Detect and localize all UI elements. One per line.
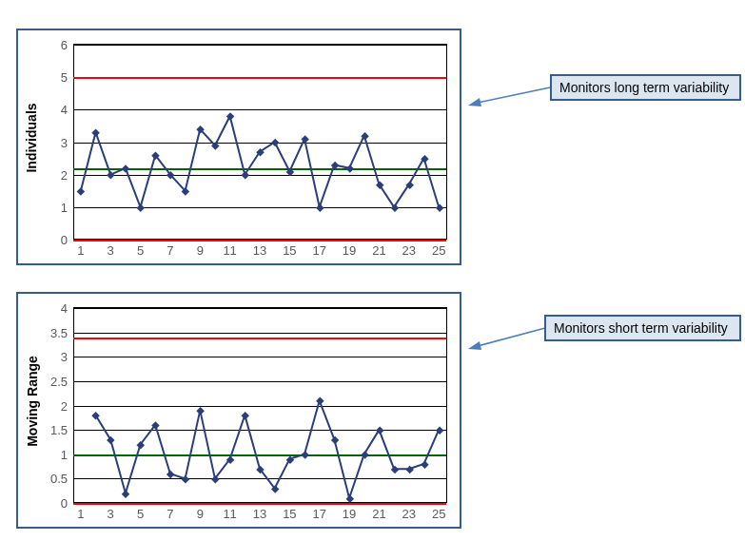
svg-rect-44: [376, 427, 383, 434]
svg-marker-52: [468, 341, 481, 350]
svg-rect-5: [151, 151, 159, 159]
xtick: 7: [167, 503, 173, 521]
ytick: 4: [61, 103, 73, 117]
xtick: 15: [283, 503, 296, 521]
svg-rect-1: [91, 128, 99, 136]
svg-rect-34: [226, 455, 234, 463]
svg-rect-41: [331, 436, 339, 444]
svg-rect-43: [361, 451, 368, 458]
ytick: 3: [61, 350, 73, 364]
svg-rect-8: [196, 126, 204, 133]
xtick: 5: [137, 503, 144, 521]
xtick: 9: [197, 503, 204, 521]
xtick: 23: [402, 503, 416, 521]
svg-rect-7: [182, 187, 189, 195]
svg-rect-21: [391, 203, 399, 211]
individuals-ylabel: Individuals: [24, 103, 39, 172]
svg-rect-2: [107, 171, 114, 179]
xtick: 13: [253, 503, 266, 521]
moving-range-plot-area: 4 3.5 3 2.5 2 1.5 1 0.5 0 1 3 5 7 9 11 1…: [73, 307, 447, 503]
svg-rect-45: [391, 466, 399, 473]
xtick: 3: [108, 240, 114, 258]
ytick: 2: [61, 167, 73, 182]
xtick: 1: [77, 503, 84, 521]
svg-rect-0: [77, 187, 85, 195]
svg-rect-24: [436, 203, 443, 211]
arrow-icon: [466, 324, 552, 351]
xtick: 7: [167, 240, 173, 258]
svg-rect-29: [151, 421, 159, 429]
xtick: 23: [402, 240, 416, 258]
xtick: 19: [343, 240, 356, 258]
xtick: 25: [432, 240, 445, 258]
svg-rect-32: [196, 407, 204, 415]
short-term-callout: Monitors short term variability: [544, 315, 741, 341]
svg-rect-10: [226, 112, 234, 120]
svg-line-49: [478, 87, 550, 103]
svg-rect-48: [436, 427, 443, 434]
ytick: 2.5: [50, 374, 73, 388]
svg-rect-33: [211, 475, 219, 483]
svg-rect-38: [286, 455, 294, 463]
xtick: 15: [283, 240, 296, 258]
svg-rect-15: [301, 135, 308, 143]
xtick: 19: [343, 503, 356, 521]
svg-rect-25: [91, 412, 99, 419]
svg-line-51: [478, 328, 545, 346]
svg-rect-12: [256, 148, 264, 156]
long-term-callout: Monitors long term variability: [550, 74, 741, 101]
ytick: 1.5: [50, 423, 73, 437]
svg-rect-22: [405, 181, 413, 188]
ytick: 0: [61, 233, 73, 247]
moving-range-chart: Moving Range 4 3.5 3 2.5 2 1.5 1 0.5 0 1…: [16, 292, 461, 529]
ytick: 1: [61, 447, 73, 461]
svg-rect-31: [182, 475, 189, 483]
xtick: 3: [108, 503, 114, 521]
svg-rect-47: [421, 461, 428, 469]
individuals-plot-area: 6 5 4 3 2 1 0 1 3 5 7 9 11 13 15 17 19 2…: [73, 44, 447, 240]
svg-rect-19: [361, 132, 368, 140]
ytick: 0.5: [50, 472, 73, 486]
svg-rect-46: [405, 466, 413, 473]
ytick: 1: [61, 200, 73, 214]
ytick: 3: [61, 135, 73, 149]
svg-rect-26: [107, 436, 114, 444]
svg-rect-37: [271, 485, 279, 492]
xtick: 1: [77, 240, 84, 258]
xtick: 17: [312, 503, 325, 521]
svg-rect-30: [167, 471, 174, 478]
xtick: 11: [223, 503, 236, 521]
xtick: 13: [253, 240, 266, 258]
svg-rect-17: [331, 162, 339, 169]
xtick: 11: [223, 240, 236, 258]
xtick: 5: [137, 240, 144, 258]
svg-rect-9: [211, 142, 219, 149]
svg-rect-39: [301, 451, 308, 458]
individuals-markers: [73, 45, 446, 240]
svg-rect-13: [271, 139, 279, 146]
svg-rect-23: [421, 155, 428, 163]
svg-rect-42: [346, 495, 354, 503]
ytick: 0: [61, 496, 73, 511]
svg-rect-35: [242, 412, 249, 419]
svg-rect-36: [256, 466, 264, 473]
svg-rect-16: [316, 203, 323, 211]
svg-rect-11: [242, 171, 249, 179]
ytick: 2: [61, 398, 73, 413]
svg-rect-27: [122, 490, 129, 497]
xtick: 21: [372, 240, 385, 258]
xtick: 25: [432, 503, 445, 521]
individuals-chart: Individuals 6 5 4 3 2 1 0 1 3 5 7 9 11 1…: [16, 29, 461, 265]
svg-rect-3: [122, 164, 129, 172]
svg-rect-14: [286, 168, 294, 176]
svg-rect-4: [136, 203, 144, 211]
svg-rect-18: [346, 164, 354, 172]
ytick: 4: [61, 301, 73, 316]
arrow-icon: [466, 84, 552, 107]
moving-range-ylabel: Moving Range: [25, 356, 40, 447]
xtick: 9: [197, 240, 204, 258]
svg-rect-40: [316, 397, 323, 405]
ytick: 3.5: [50, 325, 73, 339]
moving-range-markers: [73, 308, 446, 503]
ytick: 6: [61, 38, 73, 52]
